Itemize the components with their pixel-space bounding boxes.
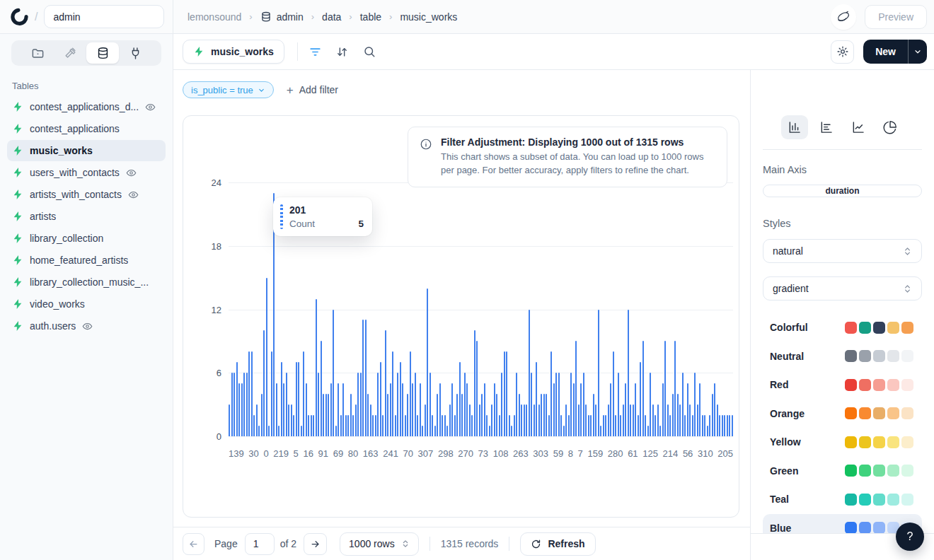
chart-bar[interactable]: [296, 362, 297, 436]
chart-bar[interactable]: [707, 426, 708, 436]
chart-bar[interactable]: [313, 415, 314, 436]
chart-bar[interactable]: [481, 394, 483, 436]
chart-bar[interactable]: [253, 415, 255, 436]
chart-bar[interactable]: [387, 394, 388, 436]
breadcrumb-workspace[interactable]: lemonsound: [188, 11, 241, 23]
chart-bar[interactable]: [459, 362, 461, 436]
chart-bar[interactable]: [410, 351, 411, 436]
chart-bar[interactable]: [732, 415, 733, 436]
chart-bar[interactable]: [380, 362, 381, 436]
chart-bar[interactable]: [727, 415, 728, 436]
palette-row-green[interactable]: Green: [763, 457, 922, 486]
new-button[interactable]: New: [863, 40, 908, 64]
chart-bar[interactable]: [618, 373, 619, 436]
palette-row-colorful[interactable]: Colorful: [763, 313, 922, 342]
chart-bar[interactable]: [709, 415, 710, 436]
chart-bar[interactable]: [630, 404, 631, 436]
chart-type-horizontal-bar-icon[interactable]: [813, 115, 840, 139]
app-logo-icon[interactable]: [11, 8, 28, 25]
chart-bar[interactable]: [509, 415, 510, 436]
chart-bar[interactable]: [229, 404, 230, 436]
tab-connections-plug-icon[interactable]: [119, 42, 151, 64]
chart-bar[interactable]: [642, 341, 644, 436]
chart-bar[interactable]: [595, 404, 596, 436]
chart-bar[interactable]: [516, 373, 517, 436]
chart-bar[interactable]: [325, 394, 327, 436]
chart-bar[interactable]: [238, 383, 240, 436]
chart-bar[interactable]: [538, 404, 540, 436]
tab-files-folder-icon[interactable]: [21, 42, 54, 64]
chart-bar[interactable]: [456, 394, 458, 436]
preview-button[interactable]: Preview: [865, 5, 927, 29]
chart-bar[interactable]: [610, 383, 611, 436]
breadcrumb-database[interactable]: admin: [260, 11, 304, 23]
chart-bar[interactable]: [345, 415, 347, 436]
chart-bar[interactable]: [301, 426, 302, 436]
sidebar-item-users-with-contacts[interactable]: users_with_contacts: [7, 162, 166, 183]
chart-bar[interactable]: [231, 373, 233, 436]
chart-bar[interactable]: [360, 373, 362, 436]
chart-bar[interactable]: [246, 373, 248, 436]
chart-bar[interactable]: [521, 404, 522, 436]
chart-bar[interactable]: [664, 341, 666, 436]
chart-bar[interactable]: [489, 426, 490, 436]
chart-bar[interactable]: [271, 351, 272, 436]
fill-style-select[interactable]: gradient: [763, 276, 922, 301]
chart-bar[interactable]: [278, 426, 279, 436]
chart-bar[interactable]: [543, 394, 545, 436]
chart-bar[interactable]: [677, 394, 679, 436]
chart-bar[interactable]: [603, 415, 604, 436]
chart-bar[interactable]: [558, 373, 560, 436]
sidebar-item-artists-with-contacts[interactable]: artists_with_contacts: [7, 184, 166, 205]
chart-bar[interactable]: [590, 415, 592, 436]
chart-bar[interactable]: [469, 404, 471, 436]
refresh-button[interactable]: Refresh: [520, 532, 595, 556]
chart-bar[interactable]: [397, 373, 398, 436]
chart-bar[interactable]: [476, 341, 478, 436]
chart-bar[interactable]: [375, 415, 376, 436]
chart-bar[interactable]: [439, 383, 441, 436]
chart-bar[interactable]: [640, 362, 641, 436]
chart-bar[interactable]: [395, 415, 396, 436]
chart-bar[interactable]: [687, 383, 688, 436]
chart-bar[interactable]: [613, 351, 614, 436]
chart-bar[interactable]: [352, 415, 354, 436]
scribble-assistant-icon[interactable]: [831, 4, 856, 30]
sidebar-item-home-featured-artists[interactable]: home_featured_artists: [7, 250, 166, 271]
chart-bar[interactable]: [689, 404, 691, 436]
chart-bar[interactable]: [684, 415, 686, 436]
workspace-input[interactable]: [44, 5, 164, 28]
gear-icon[interactable]: [831, 40, 854, 64]
chart-bar[interactable]: [580, 383, 582, 436]
chart-bar[interactable]: [415, 373, 416, 436]
chart-bar[interactable]: [338, 383, 339, 436]
chart-bar[interactable]: [434, 426, 436, 436]
chart-bar[interactable]: [357, 373, 359, 436]
chart-bar[interactable]: [362, 320, 364, 436]
chart-bar[interactable]: [303, 351, 304, 436]
chart-bar[interactable]: [511, 426, 512, 436]
chart-bar[interactable]: [555, 373, 557, 436]
chart-bar[interactable]: [316, 299, 317, 436]
chart-bar[interactable]: [712, 394, 713, 436]
chart-bar[interactable]: [633, 404, 634, 436]
chart-bar[interactable]: [286, 373, 287, 436]
chart-bar[interactable]: [288, 404, 289, 436]
chart-bar[interactable]: [479, 404, 480, 436]
chart-bar[interactable]: [519, 394, 520, 436]
chart-bar[interactable]: [565, 404, 567, 436]
chart-bar[interactable]: [605, 415, 606, 436]
chart-bar[interactable]: [382, 415, 384, 436]
active-filter-pill[interactable]: is_public = true: [183, 81, 274, 98]
chart-bar[interactable]: [340, 415, 342, 436]
chart-bar[interactable]: [679, 404, 681, 436]
chart-bar[interactable]: [645, 415, 646, 436]
chart-bar[interactable]: [598, 310, 599, 437]
chart-bar[interactable]: [506, 351, 507, 436]
chart-bar[interactable]: [570, 373, 572, 436]
chart-bar[interactable]: [422, 426, 423, 436]
chart-bar[interactable]: [638, 415, 639, 436]
sidebar-item-artists[interactable]: artists: [7, 206, 166, 227]
chart-type-line-icon[interactable]: [845, 115, 872, 139]
chart-bar[interactable]: [425, 404, 426, 436]
